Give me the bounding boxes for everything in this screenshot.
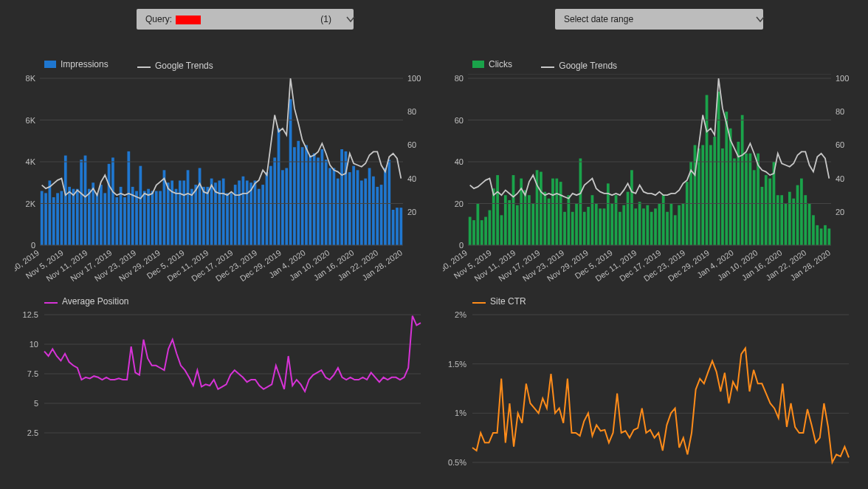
svg-rect-204 <box>788 192 791 245</box>
svg-rect-198 <box>765 175 768 245</box>
svg-rect-63 <box>289 99 292 245</box>
trends-swatch-icon <box>137 66 151 68</box>
svg-rect-209 <box>808 204 811 246</box>
svg-rect-53 <box>249 182 252 245</box>
svg-rect-11 <box>84 156 87 245</box>
svg-text:60: 60 <box>836 140 844 149</box>
svg-rect-86 <box>380 185 383 245</box>
svg-rect-183 <box>706 95 709 245</box>
svg-rect-151 <box>579 158 582 245</box>
svg-text:5: 5 <box>34 399 38 408</box>
svg-rect-78 <box>348 172 351 245</box>
svg-rect-73 <box>328 168 331 245</box>
impressions-swatch-icon <box>44 61 56 68</box>
svg-rect-22 <box>127 151 130 245</box>
svg-rect-169 <box>650 212 653 245</box>
svg-rect-68 <box>309 156 311 245</box>
svg-rect-37 <box>187 170 190 245</box>
svg-rect-128 <box>489 211 492 245</box>
legend: Impressions Google Trends <box>15 59 428 74</box>
site-ctr-panel: Site CTR 0.5%1%1.5%2% <box>443 295 856 488</box>
svg-rect-45 <box>218 180 221 245</box>
svg-rect-160 <box>615 195 618 245</box>
svg-text:20: 20 <box>407 208 416 216</box>
svg-rect-32 <box>167 182 170 245</box>
svg-rect-40 <box>199 168 202 245</box>
svg-rect-76 <box>340 149 343 245</box>
svg-rect-12 <box>88 189 91 245</box>
svg-rect-0 <box>41 191 44 245</box>
svg-rect-91 <box>399 208 402 245</box>
svg-rect-130 <box>496 175 499 245</box>
query-dropdown[interactable]: Query: (1) <box>137 9 354 30</box>
svg-rect-61 <box>281 170 284 245</box>
legend: Average Position <box>15 295 428 310</box>
svg-text:2K: 2K <box>26 199 36 208</box>
svg-text:2.5: 2.5 <box>27 428 38 437</box>
svg-rect-34 <box>175 189 178 245</box>
svg-rect-150 <box>575 204 578 246</box>
legend-ctr: Site CTR <box>490 296 526 307</box>
svg-rect-162 <box>622 205 625 245</box>
svg-rect-79 <box>352 166 355 245</box>
svg-rect-173 <box>666 212 669 245</box>
svg-text:60: 60 <box>407 140 416 149</box>
svg-rect-52 <box>246 180 249 245</box>
svg-rect-138 <box>528 195 531 245</box>
svg-rect-195 <box>753 170 756 245</box>
query-count: (1) <box>320 9 331 30</box>
query-label: Query: <box>145 14 172 24</box>
svg-rect-19 <box>115 197 118 245</box>
svg-rect-18 <box>111 157 114 245</box>
svg-rect-210 <box>812 215 815 245</box>
svg-rect-10 <box>80 160 83 245</box>
svg-rect-16 <box>103 193 106 245</box>
svg-rect-36 <box>182 180 185 245</box>
svg-rect-172 <box>662 195 665 245</box>
svg-rect-69 <box>313 154 316 245</box>
svg-rect-8 <box>72 189 75 245</box>
svg-rect-153 <box>587 207 590 245</box>
svg-text:6K: 6K <box>26 116 36 125</box>
avgpos-swatch-icon <box>44 302 58 304</box>
site-ctr-chart: 0.5%1%1.5%2% <box>443 310 856 473</box>
svg-rect-139 <box>531 204 534 246</box>
svg-rect-1 <box>44 193 47 245</box>
svg-rect-29 <box>155 191 158 245</box>
svg-rect-158 <box>607 183 610 245</box>
svg-rect-62 <box>285 168 288 245</box>
date-range-dropdown[interactable]: Select date range <box>555 9 763 30</box>
svg-rect-170 <box>654 208 657 245</box>
svg-rect-205 <box>792 199 795 245</box>
legend-avgpos: Average Position <box>62 296 129 307</box>
svg-rect-141 <box>540 172 542 245</box>
svg-rect-187 <box>721 148 724 245</box>
svg-rect-193 <box>745 154 748 245</box>
svg-rect-48 <box>230 193 232 245</box>
impressions-panel: Impressions Google Trends 02K4K6K8K20406… <box>15 59 428 288</box>
svg-rect-30 <box>159 191 162 245</box>
svg-rect-75 <box>337 179 340 245</box>
svg-rect-174 <box>670 204 673 246</box>
svg-rect-28 <box>151 191 154 245</box>
date-range-label: Select date range <box>564 14 633 24</box>
svg-text:8K: 8K <box>26 74 36 83</box>
svg-rect-186 <box>717 92 720 245</box>
svg-text:7.5: 7.5 <box>27 369 38 378</box>
svg-rect-24 <box>135 191 138 245</box>
svg-rect-184 <box>709 145 712 245</box>
svg-rect-50 <box>238 180 241 245</box>
legend-trends: Google Trends <box>559 61 617 71</box>
svg-rect-90 <box>396 208 399 245</box>
svg-rect-6 <box>64 156 67 245</box>
clicks-panel: Clicks Google Trends 0204060801002040608… <box>443 59 856 288</box>
svg-rect-83 <box>368 168 371 245</box>
svg-rect-211 <box>816 225 819 245</box>
svg-rect-171 <box>658 204 661 246</box>
svg-text:1.5%: 1.5% <box>448 360 466 369</box>
svg-rect-25 <box>139 166 142 245</box>
svg-rect-137 <box>524 190 527 245</box>
clicks-chart: 02040608010020406080100Oct 30, 2019Nov 5… <box>443 74 856 248</box>
svg-rect-166 <box>638 202 641 245</box>
svg-rect-156 <box>599 208 602 245</box>
